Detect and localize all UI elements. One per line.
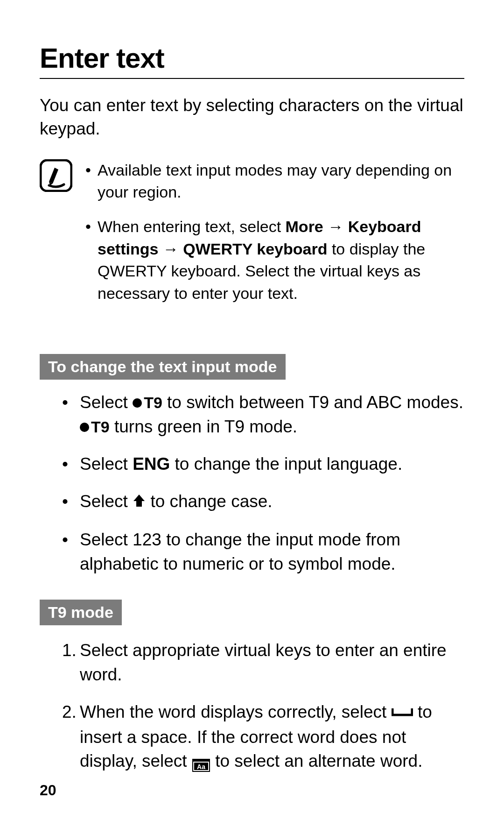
text: to change the input language. bbox=[170, 454, 402, 474]
list-item: Select T9 to switch between T9 and ABC m… bbox=[62, 390, 464, 439]
text: turns green in T9 mode. bbox=[110, 417, 297, 436]
t9-dot-icon bbox=[133, 398, 142, 408]
note-item: Available text input modes may vary depe… bbox=[85, 159, 464, 204]
text: Select 123 to change the input mode from… bbox=[80, 530, 400, 573]
manual-page: Enter text You can enter text by selecti… bbox=[0, 0, 504, 827]
change-mode-list: Select T9 to switch between T9 and ABC m… bbox=[40, 390, 464, 576]
note-icon bbox=[40, 159, 72, 192]
page-number: 20 bbox=[40, 782, 56, 799]
t9-dot-icon bbox=[80, 423, 89, 432]
step-item: When the word displays correctly, select… bbox=[62, 700, 464, 774]
text: to switch between T9 and ABC modes. bbox=[162, 393, 463, 412]
text: When the word displays correctly, select bbox=[80, 702, 392, 721]
note-text-pre: When entering text, select bbox=[98, 218, 286, 235]
shift-icon bbox=[133, 490, 146, 514]
intro-paragraph: You can enter text by selecting characte… bbox=[40, 94, 464, 141]
t9-indicator-icon: T9 bbox=[133, 392, 162, 414]
step-item: Select appropriate virtual keys to enter… bbox=[62, 638, 464, 687]
svg-text:Aa: Aa bbox=[197, 763, 205, 770]
t9-steps: Select appropriate virtual keys to enter… bbox=[40, 638, 464, 773]
text: Select bbox=[80, 492, 133, 511]
note-text: Available text input modes may vary depe… bbox=[98, 161, 452, 201]
note-item: When entering text, select More → Keyboa… bbox=[85, 216, 464, 304]
t9-indicator-icon: T9 bbox=[80, 416, 110, 438]
text: Select appropriate virtual keys to enter… bbox=[80, 641, 447, 684]
t9-label: T9 bbox=[91, 416, 110, 438]
section-label-t9-mode: T9 mode bbox=[40, 600, 122, 625]
text: to select an alternate word. bbox=[210, 751, 423, 770]
text: to change case. bbox=[146, 492, 273, 511]
note-block: Available text input modes may vary depe… bbox=[40, 159, 464, 317]
note-list: Available text input modes may vary depe… bbox=[85, 159, 464, 317]
alternate-word-icon: Aa bbox=[192, 755, 210, 769]
list-item: Select ENG to change the input language. bbox=[62, 452, 464, 476]
t9-label: T9 bbox=[144, 392, 162, 414]
space-icon bbox=[392, 700, 413, 724]
list-item: Select 123 to change the input mode from… bbox=[62, 528, 464, 576]
page-heading: Enter text bbox=[40, 42, 464, 79]
text: Select bbox=[80, 454, 133, 474]
section-label-change-mode: To change the text input mode bbox=[40, 354, 286, 380]
list-item: Select to change case. bbox=[62, 489, 464, 515]
text: Select bbox=[80, 393, 133, 412]
eng-label: ENG bbox=[133, 454, 170, 474]
